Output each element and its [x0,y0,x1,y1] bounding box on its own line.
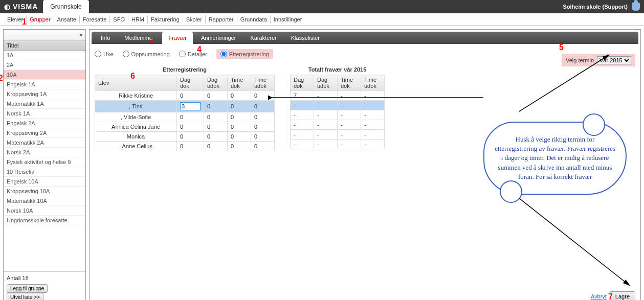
tab-info[interactable]: Info [95,32,116,44]
absence-cell[interactable]: 0 [204,142,228,151]
sidebar-item[interactable]: Kroppsøving 1A [4,89,85,99]
arrow-left-icon [269,95,488,100]
sidebar-item[interactable]: Kroppsøving 10A [4,187,85,196]
sidebar-item[interactable]: 1A [4,51,85,60]
filter-oppsummering[interactable]: Oppsummering [123,51,170,57]
sidebar-item[interactable]: 10 Reiseliv [4,167,85,177]
nav-hrm[interactable]: HRM [128,15,148,24]
absence-cell[interactable]: 0 [228,142,251,151]
expand-list-button[interactable]: Utvid liste >> [7,293,43,300]
sidebar-item[interactable]: Norsk 2A [4,148,85,157]
add-group-button[interactable]: Legg til gruppe [7,284,48,293]
sidebar-item[interactable]: Norsk 1A [4,109,85,119]
total-cell: - [338,140,361,149]
arrow-to-term-icon [514,50,616,117]
total-cell: - [314,140,338,149]
sidebar-item[interactable]: 2A [4,60,85,70]
save-button[interactable]: Lagre [610,291,635,300]
user-icon[interactable] [632,3,640,11]
total-cell: - [338,110,361,120]
annotation-3: 3 [150,36,154,45]
absence-cell[interactable]: 0 [251,132,275,142]
total-cell: - [338,130,361,140]
nav-rapporter[interactable]: Rapporter [206,15,237,24]
tab-fravær[interactable]: Fravær [162,32,192,44]
annotation-4: 4 [197,45,202,54]
nav-fakturering[interactable]: Fakturering [148,15,183,24]
sidebar-item[interactable]: Engelsk 2A [4,119,85,128]
tab-klasselister[interactable]: Klasselister [285,32,326,44]
sidebar-item[interactable]: Matematikk 10A [4,196,85,206]
absence-cell[interactable]: 0 [177,112,204,122]
student-name: Annica Celina Jane [95,122,177,132]
sidebar-item[interactable]: Fysisk aktivitet og helse 9 [4,157,85,167]
filter-detaljer[interactable]: Detaljer [179,51,207,57]
annotation-2: 2 [0,74,3,83]
absence-cell[interactable]: 0 [204,122,228,132]
absence-cell[interactable]: 0 [177,132,204,142]
col-header: Time dok [338,75,361,91]
top-tab-grunnskole[interactable]: Grunnskole [43,0,88,13]
student-name: , Vilde-Sofie [95,112,177,122]
absence-cell[interactable]: 0 [177,142,204,151]
filter-etterregistrering[interactable]: Etterregistrering [216,49,273,59]
total-cell: - [361,130,385,140]
nav-grunndata[interactable]: Grunndata [237,15,271,24]
student-name: Monica [95,132,177,142]
annotation-6: 6 [130,72,135,81]
total-cell: - [314,120,338,130]
nav-grupper[interactable]: Grupper [27,15,54,24]
absence-cell[interactable]: 0 [251,122,275,132]
total-cell: - [314,130,338,140]
absence-cell[interactable]: 0 [251,142,275,151]
annotation-1: 1 [22,17,27,27]
nav-skoler[interactable]: Skoler [183,15,206,24]
sidebar-item[interactable]: 10A [4,70,85,80]
absence-cell[interactable]: 0 [177,122,204,132]
total-cell: - [361,110,385,120]
total-cell: - [361,101,385,110]
cancel-link[interactable]: Avbryt [591,293,607,299]
total-cell: - [314,110,338,120]
total-cell: - [291,101,314,110]
sidebar-item[interactable]: Matematikk 2A [4,138,85,148]
sidebar-item[interactable]: Norsk 10A [4,206,85,216]
visma-logo: VISMA [4,3,38,11]
absence-cell[interactable]: 0 [228,112,251,122]
sidebar-item[interactable]: Engelsk 1A [4,80,85,89]
absence-cell[interactable]: 0 [228,101,251,112]
student-name: , Anne Celius [95,142,177,151]
table1-title: Etterregistrering [95,65,275,75]
absence-cell[interactable]: 0 [204,132,228,142]
col-header: Dag udok [314,75,338,91]
tab-karakterer[interactable]: Karakterer [244,32,282,44]
absence-cell[interactable]: 0 [251,101,275,112]
absence-cell[interactable]: 0 [228,122,251,132]
nav-sfo[interactable]: SFO [110,15,128,24]
tab-anmerkninger[interactable]: Anmerkninger [195,32,242,44]
sidebar-item[interactable]: Engelsk 10A [4,177,85,187]
sidebar-item[interactable]: Ungdomsskole foresatte [4,216,85,225]
absence-cell[interactable]: 0 [204,91,228,101]
absence-cell[interactable]: 0 [228,132,251,142]
total-cell: - [291,130,314,140]
absence-cell[interactable]: 0 [204,101,228,112]
sidebar-item[interactable]: Matematikk 1A [4,99,85,109]
nav-foresatte[interactable]: Foresatte [80,15,110,24]
col-header: Elev [95,75,177,91]
absence-cell[interactable]: 0 [251,112,275,122]
filter-uke[interactable]: Uke [95,51,114,57]
absence-cell[interactable]: 0 [177,91,204,101]
nav-ansatte[interactable]: Ansatte [54,15,80,24]
total-cell: - [291,110,314,120]
absence-cell[interactable] [177,101,204,112]
instruction-callout: Husk å velge riktig termin for etterregi… [483,122,627,195]
sidebar-item[interactable]: Kroppsøving 2A [4,128,85,138]
sidebar-dropdown[interactable]: ▼ [4,30,85,41]
nav-innstillinger[interactable]: Innstillinger [271,15,305,24]
annotation-7: 7 [608,292,613,300]
absence-cell[interactable]: 0 [204,112,228,122]
absence-cell[interactable]: 0 [228,91,251,101]
absence-input[interactable] [180,102,201,110]
total-cell: - [338,120,361,130]
